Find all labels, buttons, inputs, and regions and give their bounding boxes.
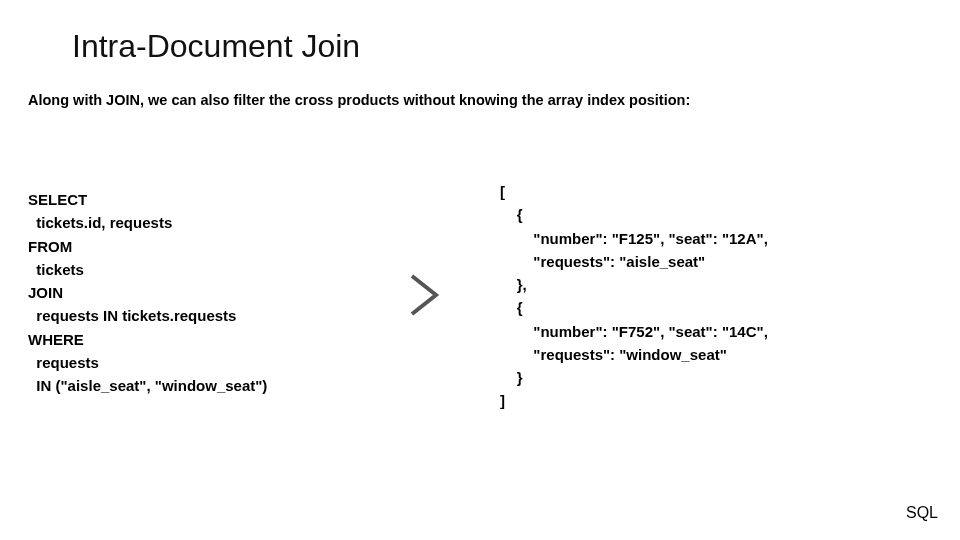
slide-title: Intra-Document Join (72, 28, 360, 65)
slide-subtitle: Along with JOIN, we can also filter the … (28, 92, 690, 108)
footer-tag: SQL (906, 504, 938, 522)
chevron-right-icon (400, 270, 450, 320)
sql-query-block: SELECT tickets.id, requests FROM tickets… (28, 188, 267, 397)
json-output-block: [ { "number": "F125", "seat": "12A", "re… (500, 180, 768, 413)
